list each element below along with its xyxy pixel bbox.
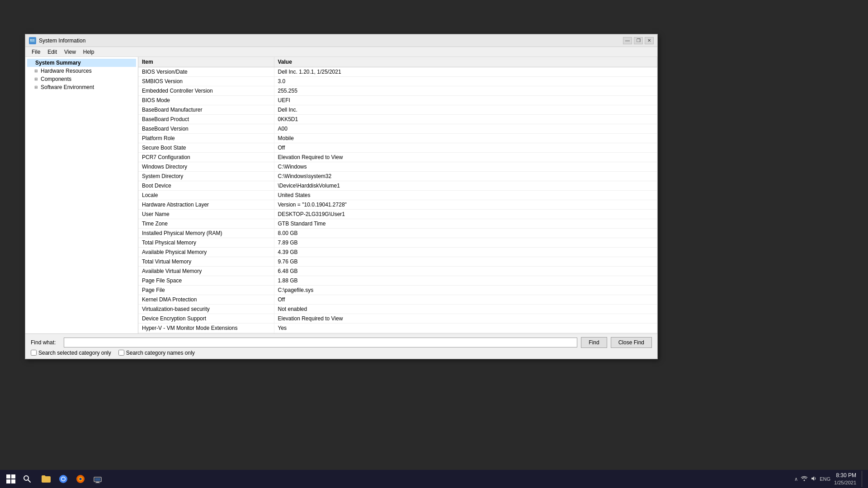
taskbar: ∧ ENG 8:30 PM 1/25/2021 [0,470,868,488]
table-cell-value: Not enabled [274,305,657,314]
find-bar: Find what: Find Close Find Search select… [25,333,657,359]
svg-rect-1 [30,39,32,41]
search-selected-label[interactable]: Search selected category only [31,350,111,356]
table-cell-item: Kernel DMA Protection [138,295,274,305]
table-cell-item: User Name [138,210,274,219]
table-row: Boot Device\Device\HarddiskVolume1 [138,181,657,191]
table-row: Device Encryption SupportElevation Requi… [138,314,657,324]
sidebar-label-software-environment: Software Environment [41,84,94,90]
find-button[interactable]: Find [581,337,607,348]
table-cell-item: Page File [138,286,274,295]
table-row: BaseBoard VersionA00 [138,124,657,134]
table-cell-item: Available Virtual Memory [138,267,274,276]
close-button[interactable]: ✕ [645,37,654,44]
table-cell-value: 1.88 GB [274,276,657,286]
taskbar-app-network[interactable] [90,471,106,487]
sidebar-item-software-environment[interactable]: ⊞ Software Environment [27,83,136,91]
table-cell-value: 9.76 GB [274,257,657,267]
table-row: System DirectoryC:\Windows\system32 [138,172,657,181]
table-cell-item: BIOS Version/Date [138,67,274,77]
table-cell-item: Hyper-V - Second Level Address Translati… [138,333,274,334]
start-button[interactable] [4,472,18,486]
taskbar-app-folder[interactable] [38,471,54,487]
content-area: Item Value BIOS Version/DateDell Inc. 1.… [138,57,657,333]
expand-icon-software: ⊞ [34,85,39,89]
system-information-window: System Information — ❐ ✕ File Edit View … [25,34,658,359]
find-row: Find what: Find Close Find [31,337,652,348]
table-row: Kernel DMA ProtectionOff [138,295,657,305]
svg-rect-3 [32,40,34,41]
table-cell-value: 8.00 GB [274,229,657,238]
minimize-button[interactable]: — [623,37,632,44]
table-cell-value: GTB Standard Time [274,219,657,229]
taskbar-app-chrome[interactable] [55,471,71,487]
table-cell-item: Embedded Controller Version [138,86,274,96]
table-row: Page File Space1.88 GB [138,276,657,286]
tray-lang[interactable]: ENG [820,476,830,482]
table-cell-item: Locale [138,191,274,200]
table-row: User NameDESKTOP-2LG319G\User1 [138,210,657,219]
tray-chevron[interactable]: ∧ [794,476,798,482]
table-cell-item: Hardware Abstraction Layer [138,200,274,210]
svg-rect-2 [32,39,34,40]
sidebar: System Summary ⊞ Hardware Resources ⊞ Co… [25,57,138,333]
table-row: Time ZoneGTB Standard Time [138,219,657,229]
taskbar-search-button[interactable] [20,472,34,486]
table-row: Platform RoleMobile [138,134,657,143]
table-cell-item: Boot Device [138,181,274,191]
table-cell-value: 7.89 GB [274,238,657,248]
table-cell-item: BaseBoard Manufacturer [138,105,274,115]
search-selected-checkbox[interactable] [31,350,37,356]
show-desktop-button[interactable] [862,471,864,487]
system-tray: ∧ ENG [794,476,830,482]
table-row: Page FileC:\pagefile.sys [138,286,657,295]
table-cell-value: Yes [274,324,657,333]
table-row: Installed Physical Memory (RAM)8.00 GB [138,229,657,238]
time-display: 8:30 PM 1/25/2021 [834,472,856,486]
close-find-button[interactable]: Close Find [611,337,652,348]
search-names-text: Search category names only [126,350,195,356]
table-cell-item: Hyper-V - VM Monitor Mode Extensions [138,324,274,333]
menu-edit[interactable]: Edit [44,48,61,56]
table-cell-item: Secure Boot State [138,143,274,153]
search-names-checkbox[interactable] [118,350,124,356]
taskbar-right: ∧ ENG 8:30 PM 1/25/2021 [794,471,864,487]
menu-help[interactable]: Help [80,48,98,56]
table-cell-item: Page File Space [138,276,274,286]
table-row: Hyper-V - VM Monitor Mode ExtensionsYes [138,324,657,333]
find-input[interactable] [64,338,577,347]
table-cell-value: A00 [274,124,657,134]
taskbar-app-firefox[interactable] [72,471,89,487]
table-cell-item: Available Physical Memory [138,248,274,257]
menu-view[interactable]: View [61,48,80,56]
table-cell-value: Off [274,143,657,153]
table-cell-item: Device Encryption Support [138,314,274,324]
search-selected-text: Search selected category only [38,350,111,356]
sidebar-item-system-summary[interactable]: System Summary [27,59,136,67]
table-row: LocaleUnited States [138,191,657,200]
table-row: Embedded Controller Version255.255 [138,86,657,96]
table-cell-value: C:\pagefile.sys [274,286,657,295]
table-row: PCR7 ConfigurationElevation Required to … [138,153,657,162]
menu-file[interactable]: File [28,48,44,56]
sidebar-item-hardware-resources[interactable]: ⊞ Hardware Resources [27,67,136,75]
table-row: Hardware Abstraction LayerVersion = "10.… [138,200,657,210]
table-cell-item: PCR7 Configuration [138,153,274,162]
table-cell-value: \Device\HarddiskVolume1 [274,181,657,191]
table-row: SMBIOS Version3.0 [138,77,657,86]
expand-icon-hardware: ⊞ [34,69,39,73]
table-row: BIOS Version/DateDell Inc. 1.20.1, 1/25/… [138,67,657,77]
tray-network[interactable] [801,476,808,482]
table-cell-item: SMBIOS Version [138,77,274,86]
sidebar-item-components[interactable]: ⊞ Components [27,75,136,83]
table-cell-value: Yes [274,333,657,334]
restore-button[interactable]: ❐ [634,37,643,44]
col-header-item: Item [138,57,274,67]
table-row: BIOS ModeUEFI [138,96,657,105]
search-names-label[interactable]: Search category names only [118,350,195,356]
table-cell-value: 255.255 [274,86,657,96]
tray-volume[interactable] [811,476,817,482]
table-row: BaseBoard Product0KK5D1 [138,115,657,124]
table-row: Total Virtual Memory9.76 GB [138,257,657,267]
table-cell-value: Dell Inc. 1.20.1, 1/25/2021 [274,67,657,77]
